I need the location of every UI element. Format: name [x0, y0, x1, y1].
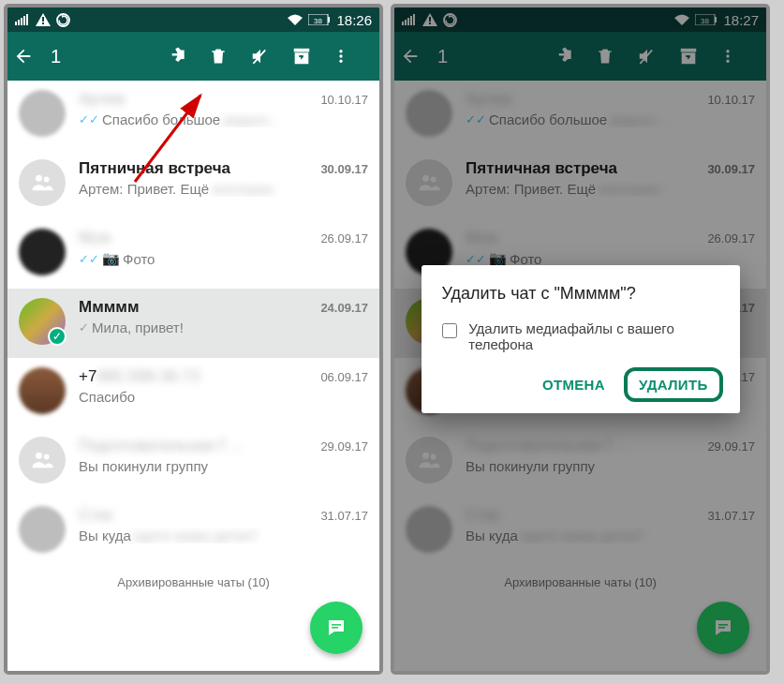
chat-name: Ммммм: [79, 298, 139, 317]
wifi-icon: [288, 14, 303, 25]
pin-icon[interactable]: [168, 47, 209, 66]
svg-rect-0: [15, 22, 17, 25]
chat-date: 30.09.17: [313, 162, 368, 176]
avatar[interactable]: [19, 90, 66, 137]
dialog-title: Удалить чат с "Ммммм"?: [442, 284, 723, 304]
new-chat-fab[interactable]: [310, 602, 362, 654]
selected-check-icon: ✓: [48, 327, 67, 346]
overflow-menu-icon[interactable]: [333, 46, 374, 67]
dialog-overlay[interactable]: Удалить чат с "Ммммм"? Удалить медиафайл…: [394, 7, 766, 671]
status-bar: 38 18:26: [7, 7, 379, 32]
chat-message: Вы покинули группу: [79, 458, 368, 474]
avatar[interactable]: [19, 437, 66, 483]
chat-name: Артем: [79, 90, 125, 109]
svg-point-16: [36, 453, 42, 459]
phone-screen-left: 38 18:26 1: [4, 4, 383, 675]
selection-count: 1: [51, 46, 79, 67]
chat-row[interactable]: Пятничная встреча30.09.17Артем: Привет. …: [7, 150, 379, 219]
chat-message: ✓✓📷 Фото: [79, 250, 368, 267]
avatar[interactable]: [19, 367, 66, 414]
chat-date: 26.09.17: [313, 231, 368, 245]
delete-media-checkbox-row[interactable]: Удалить медиафайлы с вашего телефона: [442, 320, 723, 352]
status-time: 18:26: [336, 12, 372, 28]
back-button[interactable]: [13, 46, 51, 67]
chat-date: 29.09.17: [313, 439, 368, 454]
archived-chats-link[interactable]: Архивированные чаты (10): [7, 566, 379, 599]
chat-date: 31.07.17: [313, 509, 368, 523]
cancel-button[interactable]: ОТМЕНА: [529, 367, 618, 402]
chat-name: Муж: [79, 229, 111, 247]
chat-row[interactable]: Стас31.07.17Вы куда едете мама детки?: [7, 497, 379, 566]
chat-message: ✓ Мила, привет!: [79, 320, 368, 335]
svg-rect-1: [18, 20, 20, 25]
delete-chat-dialog: Удалить чат с "Ммммм"? Удалить медиафайл…: [422, 265, 740, 413]
svg-point-12: [339, 54, 342, 57]
warning-icon: [36, 13, 51, 26]
chat-message: ✓✓Спасибо большое редько...: [79, 112, 368, 127]
chat-list[interactable]: Артем10.10.17✓✓Спасибо большое редько...…: [7, 81, 379, 671]
svg-rect-9: [328, 17, 330, 22]
chat-row[interactable]: ✓Ммммм24.09.17✓ Мила, привет!: [7, 289, 379, 358]
chat-name: +7: [79, 367, 96, 386]
chat-name: Пятничная встреча: [79, 159, 230, 178]
mute-icon[interactable]: [250, 46, 291, 67]
read-ticks-icon: ✓✓: [79, 252, 99, 266]
photo-icon: 📷: [102, 250, 120, 267]
selection-toolbar: 1: [7, 32, 379, 81]
chat-row[interactable]: Артем10.10.17✓✓Спасибо большое редько...: [7, 81, 379, 150]
chat-message: Вы куда едете мама детки?: [79, 528, 368, 543]
svg-point-14: [36, 175, 42, 182]
chat-row[interactable]: Муж26.09.17✓✓📷 Фото: [7, 219, 379, 289]
svg-point-11: [339, 50, 342, 52]
confirm-delete-button[interactable]: УДАЛИТЬ: [624, 367, 723, 402]
avatar[interactable]: [19, 506, 66, 553]
svg-point-15: [44, 177, 50, 183]
chat-date: 10.10.17: [313, 93, 368, 107]
svg-rect-2: [21, 18, 22, 25]
svg-rect-19: [332, 627, 338, 629]
chat-message: Спасибо: [79, 389, 368, 405]
delete-media-checkbox[interactable]: [442, 322, 458, 339]
svg-rect-3: [23, 16, 25, 25]
phone-screen-right: 38 18:27 1 Артем10.10.17✓✓Спасибо большо…: [391, 4, 770, 675]
avatar[interactable]: [19, 159, 66, 206]
avatar[interactable]: ✓: [19, 298, 66, 345]
delete-media-label: Удалить медиафайлы с вашего телефона: [468, 320, 722, 352]
signal-icon: [15, 14, 30, 25]
read-ticks-icon: ✓✓: [79, 112, 99, 126]
battery-icon: 38: [308, 14, 331, 25]
svg-point-13: [339, 60, 342, 63]
svg-rect-5: [42, 17, 44, 22]
chat-name: Стас: [79, 506, 114, 525]
svg-point-17: [44, 454, 50, 460]
archive-icon[interactable]: [291, 46, 333, 67]
chat-row[interactable]: Подготовительная Г…29.09.17Вы покинули г…: [7, 427, 379, 497]
svg-rect-4: [26, 14, 28, 25]
svg-rect-18: [332, 624, 341, 626]
chat-name: Подготовительная Г…: [79, 437, 244, 455]
chat-message: Артем: Привет. Ещё хеллоуин.: [79, 181, 368, 197]
chat-date: 24.09.17: [313, 301, 368, 315]
svg-text:38: 38: [315, 17, 323, 25]
avatar[interactable]: [19, 229, 66, 275]
delete-icon[interactable]: [209, 46, 250, 67]
chat-row[interactable]: +7 985 099-36-7206.09.17Спасибо: [7, 358, 379, 427]
svg-rect-6: [42, 22, 44, 24]
delivered-tick-icon: ✓: [79, 320, 89, 335]
chat-date: 06.09.17: [313, 370, 368, 384]
sync-icon: [56, 13, 70, 27]
